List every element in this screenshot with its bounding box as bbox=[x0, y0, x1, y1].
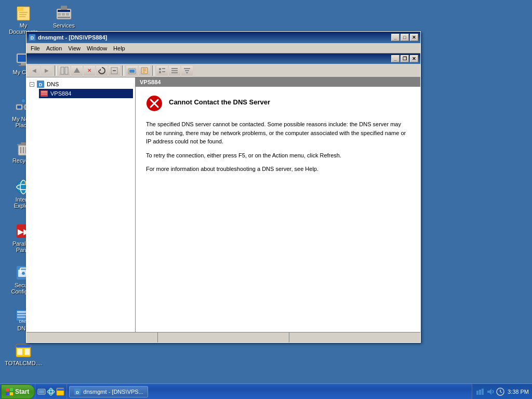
tree-vps884[interactable]: VPS884 bbox=[39, 89, 133, 98]
system-time: 3:38 PM bbox=[508, 389, 529, 395]
up-button[interactable] bbox=[71, 65, 83, 76]
ql-ie[interactable] bbox=[47, 388, 55, 396]
error-title: Cannot Contact the DNS Server bbox=[169, 98, 270, 106]
svg-rect-65 bbox=[171, 70, 178, 71]
show-hide-tree-button[interactable] bbox=[59, 65, 70, 76]
detail-view-button[interactable] bbox=[169, 65, 180, 76]
desktop-icon-totalcmd[interactable]: TOTALCMD.... bbox=[5, 340, 42, 368]
minimize-button[interactable]: _ bbox=[391, 34, 400, 41]
svg-rect-61 bbox=[159, 71, 161, 73]
connect-button[interactable] bbox=[126, 65, 138, 76]
tree-dns-root[interactable]: - D DNS bbox=[29, 79, 133, 89]
menu-view[interactable]: View bbox=[65, 44, 84, 52]
tree-vps884-label: VPS884 bbox=[50, 90, 71, 97]
menu-bar: File Action View Window Help bbox=[26, 43, 420, 54]
taskbar-dnsmgmt[interactable]: D dnsmgmt - [DNS\VPS... bbox=[69, 386, 148, 397]
svg-rect-49 bbox=[65, 67, 68, 74]
svg-rect-60 bbox=[159, 68, 161, 70]
svg-line-97 bbox=[500, 392, 502, 393]
window-title: dnsmgmt - [DNS\VPS884] bbox=[38, 34, 107, 41]
list-view-button[interactable] bbox=[156, 65, 168, 76]
close-button[interactable]: ✕ bbox=[410, 34, 418, 41]
mdi-close-button[interactable]: ✕ bbox=[410, 55, 418, 62]
menu-window[interactable]: Window bbox=[84, 44, 110, 52]
taskbar-dnsmgmt-label: dnsmgmt - [DNS\VPS... bbox=[83, 389, 143, 395]
toolbar-separator-3 bbox=[152, 65, 154, 76]
clock-tray-icon bbox=[496, 388, 504, 396]
svg-marker-94 bbox=[487, 389, 491, 395]
svg-rect-2 bbox=[19, 12, 28, 13]
status-section-1 bbox=[26, 332, 158, 342]
menu-file[interactable]: File bbox=[28, 44, 43, 52]
svg-rect-91 bbox=[476, 391, 478, 395]
toolbar-separator-1 bbox=[55, 65, 57, 76]
my-documents-icon bbox=[15, 5, 32, 21]
desktop-icon-services[interactable]: Services bbox=[46, 3, 82, 31]
error-body-3: For more information about troubleshooti… bbox=[146, 165, 410, 174]
maximize-button[interactable]: □ bbox=[401, 34, 409, 41]
tree-pane: - D DNS VPS884 bbox=[26, 77, 136, 332]
svg-rect-7 bbox=[58, 13, 61, 16]
right-pane: VPS884 Cannot Contact the DNS Server The… bbox=[136, 77, 420, 332]
svg-rect-74 bbox=[41, 94, 47, 95]
svg-rect-67 bbox=[184, 68, 190, 69]
svg-rect-83 bbox=[39, 390, 44, 393]
status-section-3 bbox=[289, 332, 420, 342]
svg-rect-68 bbox=[185, 70, 189, 71]
svg-rect-6 bbox=[58, 10, 70, 12]
svg-rect-48 bbox=[61, 67, 64, 74]
svg-rect-17 bbox=[17, 105, 21, 109]
delete-button[interactable]: ✕ bbox=[84, 65, 95, 76]
ql-totalcmd[interactable] bbox=[56, 388, 64, 396]
volume-tray-icon[interactable] bbox=[486, 388, 494, 396]
ql-show-desktop[interactable] bbox=[37, 388, 46, 396]
start-button[interactable]: Start bbox=[1, 384, 35, 399]
services-label: Services bbox=[53, 22, 75, 29]
window-icon: D bbox=[29, 34, 36, 41]
window-controls: _ □ ✕ bbox=[391, 34, 418, 41]
refresh-button[interactable] bbox=[96, 65, 108, 76]
status-section-2 bbox=[158, 332, 289, 342]
svg-text:D: D bbox=[31, 35, 34, 41]
svg-rect-4 bbox=[19, 16, 25, 17]
svg-rect-13 bbox=[21, 63, 26, 65]
export-button[interactable] bbox=[109, 65, 120, 76]
error-body: The specified DNS server cannot be conta… bbox=[146, 120, 410, 179]
svg-rect-66 bbox=[171, 72, 178, 73]
svg-rect-9 bbox=[66, 13, 69, 16]
svg-rect-62 bbox=[162, 68, 165, 69]
svg-point-84 bbox=[47, 388, 55, 395]
windows-logo-icon bbox=[6, 388, 13, 395]
pane-content: Cannot Contact the DNS Server The specif… bbox=[136, 87, 420, 332]
error-body-1: The specified DNS server cannot be conta… bbox=[146, 120, 410, 146]
totalcmd-label: TOTALCMD.... bbox=[5, 360, 42, 366]
svg-rect-8 bbox=[62, 13, 65, 16]
window-titlebar: D dnsmgmt - [DNS\VPS884] _ □ ✕ bbox=[26, 32, 420, 43]
svg-marker-50 bbox=[74, 68, 80, 73]
svg-rect-92 bbox=[479, 390, 481, 395]
back-button[interactable]: ◀ bbox=[29, 65, 40, 76]
totalcmd-icon bbox=[15, 342, 32, 359]
svg-rect-69 bbox=[186, 72, 188, 73]
start-label: Start bbox=[15, 388, 29, 395]
dnsmgmt-window: D dnsmgmt - [DNS\VPS884] _ □ ✕ File Acti… bbox=[26, 31, 421, 343]
svg-rect-43 bbox=[16, 344, 31, 348]
tree-expand-dns[interactable]: - bbox=[30, 82, 34, 87]
network-tray-icon[interactable] bbox=[475, 388, 484, 396]
mdi-restore-button[interactable]: ❐ bbox=[401, 55, 409, 62]
svg-rect-79 bbox=[10, 388, 13, 391]
system-tray-icons bbox=[475, 388, 504, 396]
taskbar-right: 3:38 PM bbox=[472, 384, 532, 399]
svg-point-20 bbox=[21, 99, 25, 103]
menu-help[interactable]: Help bbox=[110, 44, 128, 52]
error-icon bbox=[146, 95, 163, 112]
svg-rect-93 bbox=[482, 389, 484, 395]
svg-rect-64 bbox=[171, 68, 178, 69]
forward-button[interactable]: ▶ bbox=[41, 65, 52, 76]
menu-action[interactable]: Action bbox=[43, 44, 65, 52]
properties-button[interactable] bbox=[139, 65, 150, 76]
toolbar-separator-2 bbox=[122, 65, 124, 76]
svg-rect-63 bbox=[162, 71, 165, 72]
mdi-minimize-button[interactable]: _ bbox=[391, 55, 400, 62]
filter-button[interactable] bbox=[181, 65, 193, 76]
